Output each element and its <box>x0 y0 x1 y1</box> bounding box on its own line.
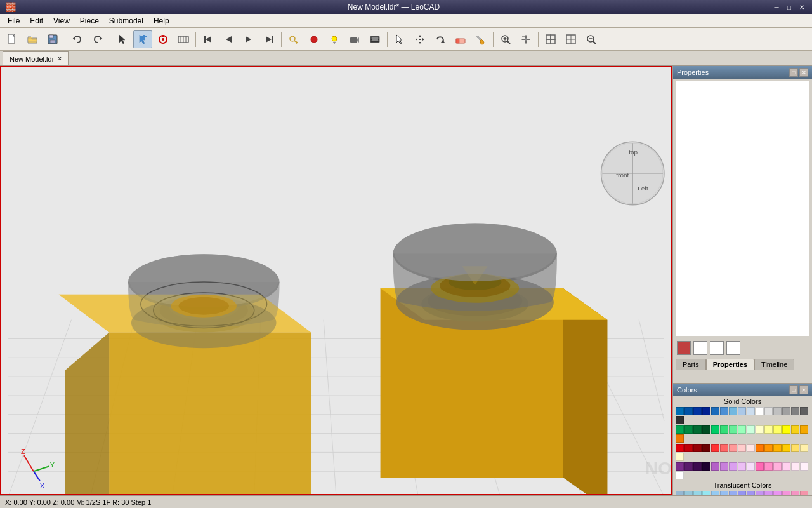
pan-button[interactable] <box>516 30 535 48</box>
insert-mode-button[interactable] <box>133 30 152 48</box>
color-cell[interactable] <box>756 425 764 434</box>
color-swatch-1[interactable] <box>693 341 707 355</box>
render1-button[interactable] <box>541 30 560 48</box>
menu-piece[interactable]: Piece <box>75 15 104 27</box>
light-on-button[interactable] <box>325 30 344 48</box>
color-cell[interactable] <box>791 462 799 471</box>
color-cell[interactable] <box>764 491 773 495</box>
color-cell[interactable] <box>756 491 764 495</box>
color-cell[interactable] <box>684 425 693 434</box>
erase-tool-button[interactable] <box>451 30 470 48</box>
color-cell[interactable] <box>676 416 684 424</box>
color-cell[interactable] <box>764 444 773 452</box>
color-cell[interactable] <box>676 471 684 479</box>
color-cell[interactable] <box>791 425 799 434</box>
color-cell[interactable] <box>729 491 737 495</box>
color-cell[interactable] <box>676 425 684 434</box>
color-cell[interactable] <box>693 491 702 495</box>
color-cell[interactable] <box>676 434 684 443</box>
minimize-button[interactable]: ─ <box>771 2 782 12</box>
next-step-button[interactable] <box>239 30 258 48</box>
color-cell[interactable] <box>693 425 702 434</box>
prev-step-button[interactable] <box>219 30 238 48</box>
color-cell[interactable] <box>693 462 702 471</box>
snap-button[interactable] <box>154 30 173 48</box>
color-cell[interactable] <box>711 444 719 452</box>
tab-properties[interactable]: Properties <box>706 359 754 370</box>
color-cell[interactable] <box>729 425 737 434</box>
color-cell[interactable] <box>800 407 808 415</box>
film-button[interactable] <box>365 30 384 48</box>
color-cell[interactable] <box>729 444 737 452</box>
color-cell[interactable] <box>756 444 764 452</box>
properties-restore-button[interactable]: □ <box>789 68 798 77</box>
color-cell[interactable] <box>738 491 746 495</box>
first-step-button[interactable] <box>199 30 218 48</box>
color-cell[interactable] <box>773 462 782 471</box>
maximize-button[interactable]: □ <box>784 2 794 12</box>
tab-close-button[interactable]: × <box>58 55 62 62</box>
color-cell[interactable] <box>791 444 799 452</box>
colors-close-button[interactable]: ✕ <box>799 385 808 394</box>
viewport[interactable]: NO top front Left Z Y X <box>0 66 672 495</box>
color-swatch-3[interactable] <box>726 341 740 355</box>
color-cell[interactable] <box>711 462 719 471</box>
zoom-button[interactable] <box>496 30 515 48</box>
color-cell[interactable] <box>720 425 728 434</box>
color-cell[interactable] <box>800 444 808 452</box>
color-cell[interactable] <box>800 462 808 471</box>
colors-restore-button[interactable]: □ <box>789 385 798 394</box>
color-cell[interactable] <box>747 444 755 452</box>
color-cell[interactable] <box>747 407 755 415</box>
color-cell[interactable] <box>738 444 746 452</box>
color-cell[interactable] <box>782 491 790 495</box>
color-cell[interactable] <box>791 491 799 495</box>
color-cell[interactable] <box>773 407 782 415</box>
color-cell[interactable] <box>747 425 755 434</box>
move-tool-button[interactable] <box>410 30 429 48</box>
zoom-fit-button[interactable] <box>582 30 601 48</box>
color-cell[interactable] <box>729 462 737 471</box>
color-swatch-2[interactable] <box>710 341 724 355</box>
color-cell[interactable] <box>756 462 764 471</box>
color-cell[interactable] <box>800 425 808 434</box>
color-cell[interactable] <box>693 407 702 415</box>
light-off-button[interactable] <box>304 30 324 48</box>
color-cell[interactable] <box>782 462 790 471</box>
snap-settings-button[interactable] <box>174 30 193 48</box>
paint-tool-button[interactable] <box>471 30 490 48</box>
color-cell[interactable] <box>782 407 790 415</box>
color-cell[interactable] <box>702 491 710 495</box>
color-cell[interactable] <box>702 425 710 434</box>
color-cell[interactable] <box>702 462 710 471</box>
color-cell[interactable] <box>711 425 719 434</box>
menu-help[interactable]: Help <box>148 15 174 27</box>
open-button[interactable] <box>23 30 42 48</box>
color-cell[interactable] <box>800 491 808 495</box>
color-cell[interactable] <box>747 462 755 471</box>
last-step-button[interactable] <box>259 30 278 48</box>
color-cell[interactable] <box>773 444 782 452</box>
menu-edit[interactable]: Edit <box>25 15 48 27</box>
save-button[interactable] <box>43 30 62 48</box>
color-cell[interactable] <box>782 425 790 434</box>
color-cell[interactable] <box>702 407 710 415</box>
color-cell[interactable] <box>676 453 684 461</box>
tab-timeline[interactable]: Timeline <box>754 359 794 370</box>
color-cell[interactable] <box>711 491 719 495</box>
color-cell[interactable] <box>738 425 746 434</box>
undo-button[interactable] <box>68 30 87 48</box>
color-cell[interactable] <box>711 407 719 415</box>
key-button[interactable] <box>284 30 303 48</box>
color-cell[interactable] <box>773 425 782 434</box>
model-tab[interactable]: New Model.ldr × <box>3 51 69 65</box>
camera-button[interactable] <box>345 30 364 48</box>
tab-parts[interactable]: Parts <box>676 359 706 370</box>
color-cell[interactable] <box>676 491 684 495</box>
color-cell[interactable] <box>684 444 693 452</box>
redo-button[interactable] <box>88 30 107 48</box>
properties-close-button[interactable]: ✕ <box>799 68 808 77</box>
color-cell[interactable] <box>684 407 693 415</box>
color-cell[interactable] <box>720 444 728 452</box>
rotate-tool-button[interactable] <box>431 30 450 48</box>
